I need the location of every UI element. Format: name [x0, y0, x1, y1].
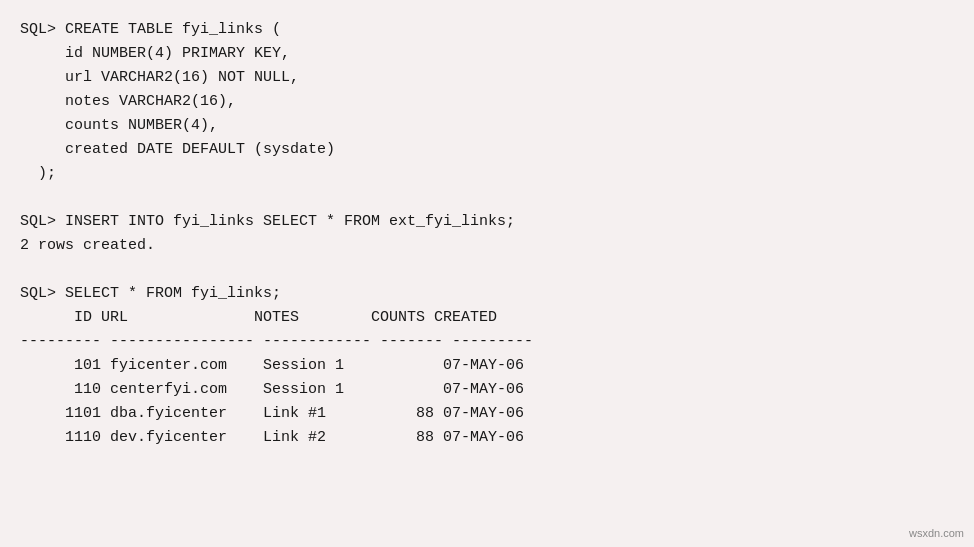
terminal-line	[20, 258, 954, 282]
terminal-content: SQL> CREATE TABLE fyi_links ( id NUMBER(…	[20, 18, 954, 450]
terminal-line: 2 rows created.	[20, 234, 954, 258]
terminal-line: ID URL NOTES COUNTS CREATED	[20, 306, 954, 330]
terminal-line: notes VARCHAR2(16),	[20, 90, 954, 114]
terminal-line: SQL> SELECT * FROM fyi_links;	[20, 282, 954, 306]
terminal-line: --------- ---------------- ------------ …	[20, 330, 954, 354]
terminal-line	[20, 186, 954, 210]
terminal-line: 110 centerfyi.com Session 1 07-MAY-06	[20, 378, 954, 402]
terminal-line: id NUMBER(4) PRIMARY KEY,	[20, 42, 954, 66]
terminal-line: 101 fyicenter.com Session 1 07-MAY-06	[20, 354, 954, 378]
terminal-line: url VARCHAR2(16) NOT NULL,	[20, 66, 954, 90]
terminal-window: SQL> CREATE TABLE fyi_links ( id NUMBER(…	[0, 0, 974, 547]
terminal-line: created DATE DEFAULT (sysdate)	[20, 138, 954, 162]
watermark: wsxdn.com	[909, 527, 964, 539]
terminal-line: counts NUMBER(4),	[20, 114, 954, 138]
terminal-line: 1101 dba.fyicenter Link #1 88 07-MAY-06	[20, 402, 954, 426]
terminal-line: SQL> INSERT INTO fyi_links SELECT * FROM…	[20, 210, 954, 234]
terminal-line: 1110 dev.fyicenter Link #2 88 07-MAY-06	[20, 426, 954, 450]
terminal-line: );	[20, 162, 954, 186]
terminal-line: SQL> CREATE TABLE fyi_links (	[20, 18, 954, 42]
